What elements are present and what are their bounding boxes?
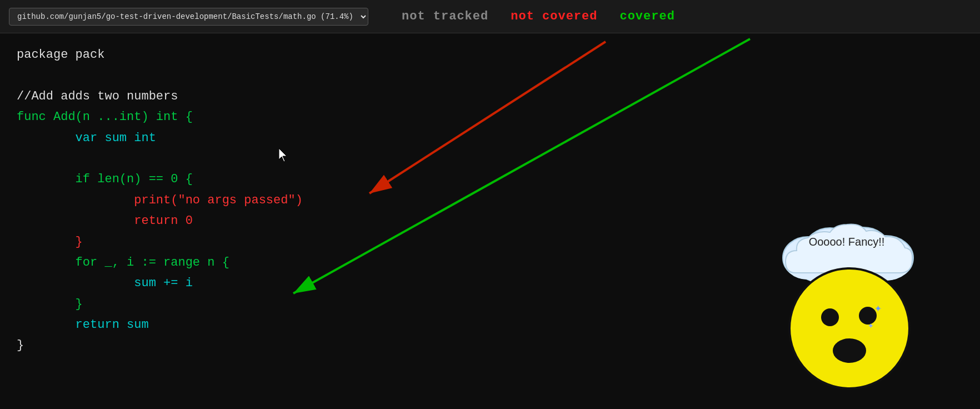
file-selector[interactable]: github.com/gunjan5/go-test-driven-develo… [9,8,368,26]
code-line: print("no args passed") [17,190,963,211]
code-line: //Add adds two numbers [17,86,963,107]
legend: not tracked not covered covered [402,9,675,23]
svg-point-14 [789,268,909,388]
legend-not-tracked: not tracked [402,9,488,23]
svg-text:✦: ✦ [874,302,882,316]
code-line: package pack [17,44,963,65]
svg-point-17 [833,338,866,363]
code-line [17,148,963,169]
code-line: var sum int [17,128,963,148]
smiley-face: ✦ ✦ [786,265,913,392]
svg-point-15 [821,308,839,326]
speech-bubble-text: Ooooo! Fancy!! [786,234,908,250]
emoji-container: Ooooo! Fancy!! ✦ ✦ [769,220,924,392]
code-line: if len(n) == 0 { [17,169,963,189]
header-bar: github.com/gunjan5/go-test-driven-develo… [0,0,980,33]
legend-not-covered: not covered [511,9,597,23]
svg-text:✦: ✦ [868,320,874,331]
code-line [17,65,963,86]
legend-covered: covered [619,9,674,23]
code-line: func Add(n ...int) int { [17,107,963,127]
